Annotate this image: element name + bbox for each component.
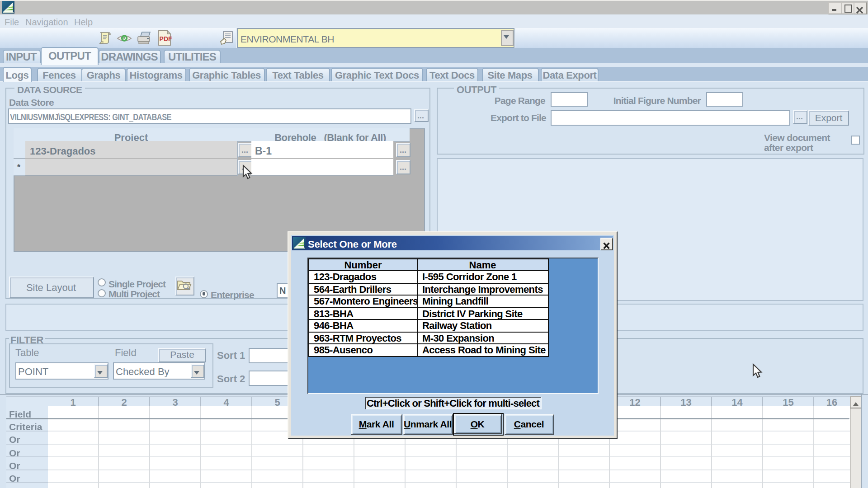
svg-text:PDF: PDF xyxy=(160,35,172,42)
